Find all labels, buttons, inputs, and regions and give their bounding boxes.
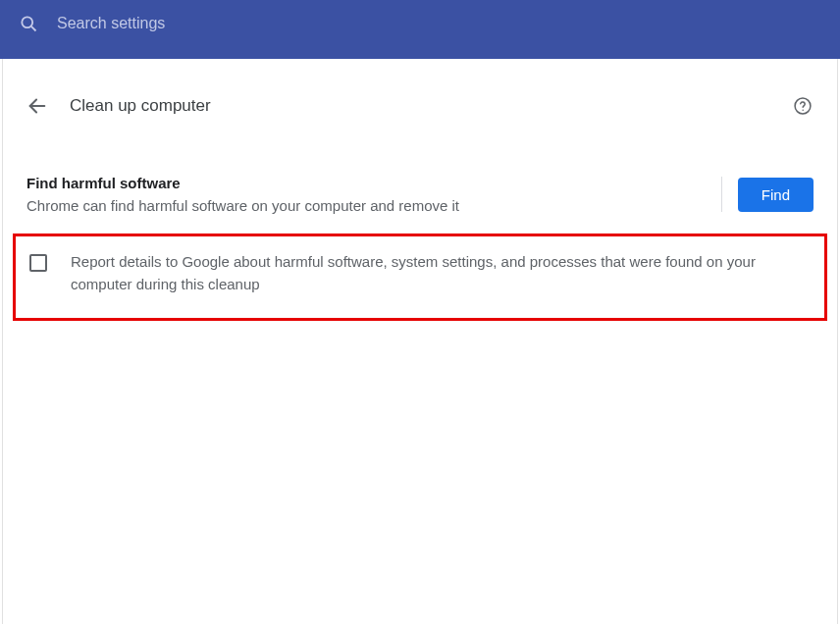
find-harmful-section: Find harmful software Chrome can find ha…: [3, 128, 837, 214]
search-input[interactable]: [57, 15, 822, 32]
section-description: Chrome can find harmful software on your…: [26, 197, 706, 214]
header-accent-bar: [0, 47, 840, 59]
svg-point-3: [795, 98, 811, 114]
find-text-block: Find harmful software Chrome can find ha…: [26, 175, 706, 214]
report-description: Report details to Google about harmful s…: [71, 250, 811, 296]
vertical-divider: [721, 177, 722, 212]
find-button[interactable]: Find: [738, 178, 814, 212]
svg-line-1: [31, 26, 36, 31]
page-title: Clean up computer: [70, 96, 770, 116]
svg-point-0: [22, 17, 32, 27]
search-icon: [18, 13, 39, 34]
report-option-highlight: Report details to Google about harmful s…: [13, 234, 827, 321]
back-arrow-icon[interactable]: [26, 95, 48, 117]
content-area: Clean up computer Find harmful software …: [2, 59, 838, 624]
settings-search-bar: [0, 0, 840, 47]
section-heading: Find harmful software: [26, 175, 706, 191]
svg-point-4: [802, 109, 804, 111]
page-header: Clean up computer: [3, 84, 837, 128]
find-row: Find harmful software Chrome can find ha…: [26, 175, 814, 214]
help-icon[interactable]: [792, 95, 814, 117]
report-checkbox[interactable]: [29, 254, 47, 272]
